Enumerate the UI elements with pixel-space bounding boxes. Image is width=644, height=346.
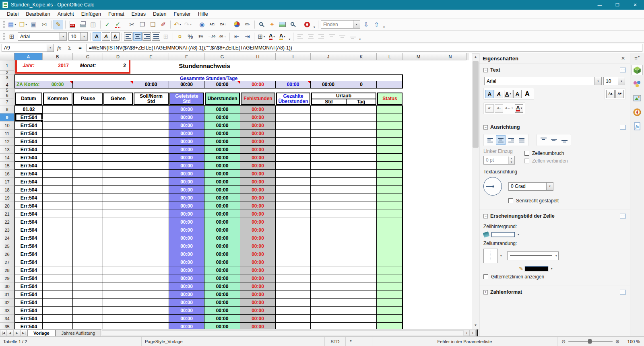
cell[interactable]: 00:00	[204, 266, 240, 274]
font-color-button[interactable]: A▾	[515, 104, 523, 113]
align-right-button[interactable]	[142, 32, 151, 41]
cell[interactable]	[103, 194, 133, 202]
column-header-c[interactable]: C	[73, 53, 103, 60]
row-header-5[interactable]: 5	[0, 89, 14, 92]
cell[interactable]	[103, 226, 133, 234]
sidebar-menu-icon[interactable]: ≡▾	[634, 55, 640, 61]
cell[interactable]	[43, 105, 73, 113]
cell[interactable]	[403, 218, 434, 226]
toolbar-overflow-icon[interactable]: ▾	[289, 37, 290, 42]
menu-extras[interactable]: Extras	[128, 10, 149, 18]
cell[interactable]	[276, 266, 311, 274]
cell[interactable]: 00:00	[204, 113, 240, 122]
align-justify-button[interactable]	[517, 135, 526, 145]
cell[interactable]	[377, 290, 403, 299]
cell[interactable]	[43, 234, 73, 242]
cell[interactable]	[73, 234, 103, 242]
dropdown-arrow-icon[interactable]: ▾	[284, 35, 285, 38]
cell[interactable]	[346, 266, 377, 274]
chevron-down-icon[interactable]: ▾	[554, 253, 558, 259]
cell[interactable]	[133, 178, 169, 186]
menu-datei[interactable]: Datei	[3, 10, 22, 18]
zoom-out-icon[interactable]: ⊖	[561, 339, 566, 344]
name-box-dropdown-icon[interactable]: ▾	[47, 44, 54, 51]
cell[interactable]	[73, 170, 103, 178]
cell[interactable]	[133, 154, 169, 162]
cell[interactable]: 00:00	[204, 323, 240, 329]
cell[interactable]	[403, 122, 434, 130]
cell[interactable]: 00:00	[204, 122, 240, 130]
row-header-28[interactable]: 28	[0, 266, 14, 274]
cell[interactable]: 00:00	[169, 218, 204, 226]
column-header-l[interactable]: L	[377, 53, 403, 60]
cell[interactable]	[377, 170, 403, 178]
cell[interactable]	[43, 170, 73, 178]
cell[interactable]	[377, 194, 403, 202]
open-button[interactable]: ❒▾	[18, 20, 28, 29]
cell[interactable]	[311, 170, 346, 178]
cell[interactable]	[377, 210, 403, 218]
cell[interactable]	[311, 282, 346, 290]
dialog-launcher-icon[interactable]: ⋯	[620, 290, 626, 295]
cell[interactable]	[43, 210, 73, 218]
cell[interactable]	[276, 299, 311, 307]
cell[interactable]	[133, 282, 169, 290]
row-header-20[interactable]: 20	[0, 202, 14, 210]
cell[interactable]	[311, 290, 346, 299]
cell[interactable]	[133, 323, 169, 329]
horizontal-scrollbar[interactable]	[102, 330, 464, 336]
line-color-swatch[interactable]	[525, 266, 548, 271]
cell[interactable]	[133, 226, 169, 234]
cell[interactable]: 00:00	[169, 323, 204, 329]
cell[interactable]: Err:504	[14, 210, 43, 218]
dropdown-arrow-icon[interactable]: ▾	[264, 35, 265, 38]
cell[interactable]	[403, 202, 434, 210]
cell[interactable]	[133, 218, 169, 226]
header-geleistete[interactable]: Geleistete Std	[169, 93, 204, 105]
cell[interactable]	[276, 154, 311, 162]
cell[interactable]: 00:00	[240, 146, 276, 154]
background-color-button[interactable]: A▾	[277, 32, 287, 41]
cell[interactable]	[434, 122, 466, 130]
cell[interactable]	[276, 138, 311, 146]
menu-bearbeiten[interactable]: Bearbeiten	[22, 10, 54, 18]
line-style-combo[interactable]: ▾	[507, 251, 559, 260]
vertical-scrollbar-thumb[interactable]	[473, 61, 479, 148]
header-urlaub-tag[interactable]: Tag	[347, 99, 376, 105]
cell[interactable]	[43, 154, 73, 162]
row-header-1[interactable]: 1	[0, 60, 14, 71]
decrease-font-size-button[interactable]: A▾	[615, 90, 624, 98]
cell[interactable]	[377, 186, 403, 194]
cell[interactable]	[403, 234, 434, 242]
cell[interactable]	[346, 282, 377, 290]
cell[interactable]	[403, 299, 434, 307]
cell[interactable]: Err:504	[14, 299, 43, 307]
cell[interactable]	[434, 242, 466, 250]
row-header-14[interactable]: 14	[0, 154, 14, 162]
collapse-icon[interactable]: −	[483, 125, 488, 130]
stepper-arrows-icon[interactable]: ▲▼	[508, 157, 514, 164]
cell[interactable]	[133, 274, 169, 282]
number-standard-button[interactable]: $%	[196, 32, 206, 41]
cell[interactable]	[311, 202, 346, 210]
cell[interactable]	[276, 210, 311, 218]
cell[interactable]	[103, 258, 133, 266]
align-top-button[interactable]	[539, 135, 548, 145]
cell[interactable]: 00:00	[169, 266, 204, 274]
cell[interactable]: Err:504	[14, 113, 43, 122]
cell[interactable]: 00:00	[169, 258, 204, 266]
wrap-text-checkbox[interactable]: Zeilenumbruch	[524, 150, 568, 156]
chevron-down-icon[interactable]: ▾	[618, 77, 625, 85]
sidebar-tab-properties[interactable]	[632, 65, 643, 75]
cell[interactable]	[434, 250, 466, 258]
cell[interactable]	[403, 130, 434, 138]
cell[interactable]	[133, 138, 169, 146]
menu-fenster[interactable]: Fenster	[170, 10, 194, 18]
cell[interactable]	[133, 266, 169, 274]
align-center-button[interactable]	[496, 135, 506, 145]
cell[interactable]	[311, 250, 346, 258]
cell[interactable]	[346, 194, 377, 202]
cell[interactable]	[276, 162, 311, 170]
cell[interactable]: 00:00	[240, 130, 276, 138]
cell[interactable]	[403, 258, 434, 266]
